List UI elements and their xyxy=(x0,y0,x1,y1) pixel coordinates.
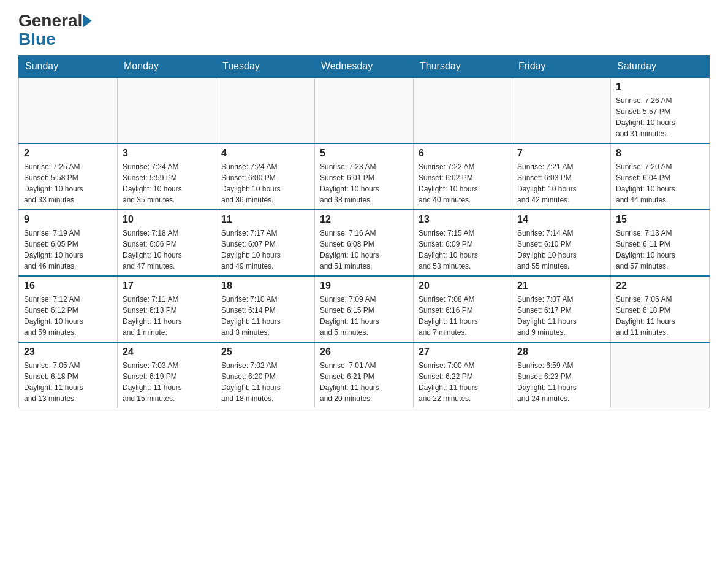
calendar-cell: 10Sunrise: 7:18 AMSunset: 6:06 PMDayligh… xyxy=(118,210,216,276)
calendar-cell: 19Sunrise: 7:09 AMSunset: 6:15 PMDayligh… xyxy=(315,276,414,342)
day-number: 23 xyxy=(24,347,112,358)
weekday-header-tuesday: Tuesday xyxy=(216,56,315,78)
day-number: 24 xyxy=(123,347,211,358)
calendar-cell xyxy=(315,77,414,144)
calendar-cell: 1Sunrise: 7:26 AMSunset: 5:57 PMDaylight… xyxy=(611,77,710,144)
calendar-cell: 23Sunrise: 7:05 AMSunset: 6:18 PMDayligh… xyxy=(19,342,118,408)
day-number: 18 xyxy=(221,280,309,291)
day-number: 25 xyxy=(221,347,309,358)
day-number: 2 xyxy=(24,148,112,159)
day-info: Sunrise: 7:01 AMSunset: 6:21 PMDaylight:… xyxy=(320,360,408,404)
week-row-4: 16Sunrise: 7:12 AMSunset: 6:12 PMDayligh… xyxy=(19,276,710,342)
day-number: 27 xyxy=(419,347,507,358)
calendar-cell xyxy=(512,77,611,144)
calendar-cell: 13Sunrise: 7:15 AMSunset: 6:09 PMDayligh… xyxy=(414,210,512,276)
day-info: Sunrise: 7:24 AMSunset: 5:59 PMDaylight:… xyxy=(123,161,211,205)
weekday-header-monday: Monday xyxy=(118,56,216,78)
calendar-cell xyxy=(19,77,118,144)
day-info: Sunrise: 7:10 AMSunset: 6:14 PMDaylight:… xyxy=(221,294,309,338)
day-number: 28 xyxy=(517,347,605,358)
day-number: 13 xyxy=(419,214,507,225)
calendar-cell: 25Sunrise: 7:02 AMSunset: 6:20 PMDayligh… xyxy=(216,342,315,408)
day-info: Sunrise: 6:59 AMSunset: 6:23 PMDaylight:… xyxy=(517,360,605,404)
weekday-header-saturday: Saturday xyxy=(611,56,710,78)
day-number: 20 xyxy=(419,280,507,291)
calendar-cell: 27Sunrise: 7:00 AMSunset: 6:22 PMDayligh… xyxy=(414,342,512,408)
day-number: 21 xyxy=(517,280,605,291)
calendar-cell: 21Sunrise: 7:07 AMSunset: 6:17 PMDayligh… xyxy=(512,276,611,342)
day-info: Sunrise: 7:16 AMSunset: 6:08 PMDaylight:… xyxy=(320,228,408,272)
day-number: 14 xyxy=(517,214,605,225)
calendar-cell xyxy=(118,77,216,144)
calendar-cell: 2Sunrise: 7:25 AMSunset: 5:58 PMDaylight… xyxy=(19,144,118,210)
calendar-cell: 28Sunrise: 6:59 AMSunset: 6:23 PMDayligh… xyxy=(512,342,611,408)
calendar-cell: 16Sunrise: 7:12 AMSunset: 6:12 PMDayligh… xyxy=(19,276,118,342)
day-info: Sunrise: 7:21 AMSunset: 6:03 PMDaylight:… xyxy=(517,161,605,205)
weekday-header-thursday: Thursday xyxy=(414,56,512,78)
day-number: 17 xyxy=(123,280,211,291)
calendar-cell: 24Sunrise: 7:03 AMSunset: 6:19 PMDayligh… xyxy=(118,342,216,408)
logo-blue-text: Blue xyxy=(18,29,56,49)
day-info: Sunrise: 7:25 AMSunset: 5:58 PMDaylight:… xyxy=(24,161,112,205)
day-number: 11 xyxy=(221,214,309,225)
day-info: Sunrise: 7:03 AMSunset: 6:19 PMDaylight:… xyxy=(123,360,211,404)
day-info: Sunrise: 7:19 AMSunset: 6:05 PMDaylight:… xyxy=(24,228,112,272)
logo-arrow-icon xyxy=(83,15,92,27)
day-info: Sunrise: 7:00 AMSunset: 6:22 PMDaylight:… xyxy=(419,360,507,404)
day-info: Sunrise: 7:17 AMSunset: 6:07 PMDaylight:… xyxy=(221,228,309,272)
calendar-cell: 20Sunrise: 7:08 AMSunset: 6:16 PMDayligh… xyxy=(414,276,512,342)
day-number: 10 xyxy=(123,214,211,225)
day-number: 4 xyxy=(221,148,309,159)
calendar-cell: 26Sunrise: 7:01 AMSunset: 6:21 PMDayligh… xyxy=(315,342,414,408)
calendar-cell: 22Sunrise: 7:06 AMSunset: 6:18 PMDayligh… xyxy=(611,276,710,342)
calendar-cell: 18Sunrise: 7:10 AMSunset: 6:14 PMDayligh… xyxy=(216,276,315,342)
day-info: Sunrise: 7:12 AMSunset: 6:12 PMDaylight:… xyxy=(24,294,112,338)
day-number: 3 xyxy=(123,148,211,159)
weekday-header-sunday: Sunday xyxy=(19,56,118,78)
day-info: Sunrise: 7:24 AMSunset: 6:00 PMDaylight:… xyxy=(221,161,309,205)
calendar-cell: 3Sunrise: 7:24 AMSunset: 5:59 PMDaylight… xyxy=(118,144,216,210)
day-info: Sunrise: 7:11 AMSunset: 6:13 PMDaylight:… xyxy=(123,294,211,338)
calendar-cell: 5Sunrise: 7:23 AMSunset: 6:01 PMDaylight… xyxy=(315,144,414,210)
week-row-3: 9Sunrise: 7:19 AMSunset: 6:05 PMDaylight… xyxy=(19,210,710,276)
day-info: Sunrise: 7:06 AMSunset: 6:18 PMDaylight:… xyxy=(616,294,704,338)
weekday-header-wednesday: Wednesday xyxy=(315,56,414,78)
calendar-cell: 11Sunrise: 7:17 AMSunset: 6:07 PMDayligh… xyxy=(216,210,315,276)
day-number: 8 xyxy=(616,148,704,159)
weekday-header-row: SundayMondayTuesdayWednesdayThursdayFrid… xyxy=(19,56,710,78)
day-info: Sunrise: 7:22 AMSunset: 6:02 PMDaylight:… xyxy=(419,161,507,205)
day-number: 5 xyxy=(320,148,408,159)
calendar-cell: 6Sunrise: 7:22 AMSunset: 6:02 PMDaylight… xyxy=(414,144,512,210)
day-number: 22 xyxy=(616,280,704,291)
page-header: General Blue xyxy=(18,12,710,49)
day-number: 1 xyxy=(616,82,704,93)
calendar-cell xyxy=(414,77,512,144)
calendar-cell: 9Sunrise: 7:19 AMSunset: 6:05 PMDaylight… xyxy=(19,210,118,276)
calendar-cell: 12Sunrise: 7:16 AMSunset: 6:08 PMDayligh… xyxy=(315,210,414,276)
day-number: 9 xyxy=(24,214,112,225)
day-info: Sunrise: 7:07 AMSunset: 6:17 PMDaylight:… xyxy=(517,294,605,338)
logo: General Blue xyxy=(18,12,92,49)
day-number: 26 xyxy=(320,347,408,358)
calendar-cell: 14Sunrise: 7:14 AMSunset: 6:10 PMDayligh… xyxy=(512,210,611,276)
day-info: Sunrise: 7:26 AMSunset: 5:57 PMDaylight:… xyxy=(616,95,704,139)
calendar-cell: 4Sunrise: 7:24 AMSunset: 6:00 PMDaylight… xyxy=(216,144,315,210)
week-row-2: 2Sunrise: 7:25 AMSunset: 5:58 PMDaylight… xyxy=(19,144,710,210)
logo-general-text: General xyxy=(18,12,82,29)
day-number: 15 xyxy=(616,214,704,225)
day-info: Sunrise: 7:20 AMSunset: 6:04 PMDaylight:… xyxy=(616,161,704,205)
day-info: Sunrise: 7:15 AMSunset: 6:09 PMDaylight:… xyxy=(419,228,507,272)
week-row-1: 1Sunrise: 7:26 AMSunset: 5:57 PMDaylight… xyxy=(19,77,710,144)
day-number: 19 xyxy=(320,280,408,291)
day-info: Sunrise: 7:09 AMSunset: 6:15 PMDaylight:… xyxy=(320,294,408,338)
day-info: Sunrise: 7:05 AMSunset: 6:18 PMDaylight:… xyxy=(24,360,112,404)
calendar-cell: 15Sunrise: 7:13 AMSunset: 6:11 PMDayligh… xyxy=(611,210,710,276)
day-info: Sunrise: 7:18 AMSunset: 6:06 PMDaylight:… xyxy=(123,228,211,272)
day-info: Sunrise: 7:14 AMSunset: 6:10 PMDaylight:… xyxy=(517,228,605,272)
week-row-5: 23Sunrise: 7:05 AMSunset: 6:18 PMDayligh… xyxy=(19,342,710,408)
calendar-cell: 7Sunrise: 7:21 AMSunset: 6:03 PMDaylight… xyxy=(512,144,611,210)
calendar-cell: 8Sunrise: 7:20 AMSunset: 6:04 PMDaylight… xyxy=(611,144,710,210)
day-number: 16 xyxy=(24,280,112,291)
weekday-header-friday: Friday xyxy=(512,56,611,78)
day-info: Sunrise: 7:08 AMSunset: 6:16 PMDaylight:… xyxy=(419,294,507,338)
